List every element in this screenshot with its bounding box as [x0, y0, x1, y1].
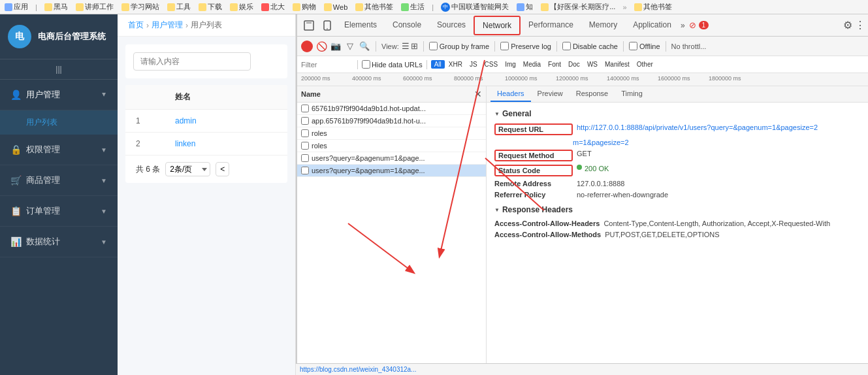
bookmark-pku[interactable]: 北大 — [259, 1, 287, 12]
row2-name[interactable]: linken — [175, 139, 227, 148]
tab-application[interactable]: Application — [625, 16, 679, 35]
device-toolbar-button[interactable] — [318, 16, 336, 35]
request-checkbox-0[interactable] — [301, 105, 309, 112]
request-checkbox-1[interactable] — [301, 117, 309, 125]
hide-data-urls-checkbox[interactable]: Hide data URLs — [362, 60, 423, 69]
stats-icon: 📊 — [10, 236, 21, 247]
filter-media-button[interactable]: Media — [520, 60, 544, 69]
sidebar-item-user-management[interactable]: 👤 用户管理 ▲ — [0, 80, 118, 110]
timeline-bar: 200000 ms 400000 ms 600000 ms 800000 ms … — [297, 73, 868, 86]
tab-memory[interactable]: Memory — [581, 16, 625, 35]
filter-xhr-button[interactable]: XHR — [445, 60, 466, 69]
close-panel-button[interactable]: ✕ — [474, 89, 482, 99]
view-icons: ☰ ⊞ — [402, 41, 418, 51]
filter-js-button[interactable]: JS — [466, 60, 481, 69]
search-button[interactable]: 🔍 — [359, 41, 370, 52]
bookmark-lecture[interactable]: 讲师工作 — [74, 1, 116, 12]
bookmark-insurance[interactable]: 【好医保·长期医疗... — [539, 1, 617, 12]
page-size-select[interactable]: 2条/页 5条/页 10条/页 — [165, 162, 210, 176]
tick-800k: 800000 ms — [454, 75, 483, 82]
breadcrumb-user-mgmt[interactable]: 用户管理 — [152, 20, 183, 31]
clear-button[interactable]: 🚫 — [315, 41, 327, 52]
tab-console[interactable]: Console — [385, 16, 429, 35]
sidebar-collapse-button[interactable]: ||| — [0, 59, 118, 80]
request-item-3[interactable]: roles — [297, 140, 486, 152]
bookmark-apps[interactable]: 应用 — [3, 1, 30, 12]
bookmark-zhi[interactable]: 知 — [515, 1, 535, 12]
bookmark-others2[interactable]: 其他书签 — [632, 1, 674, 12]
preserve-log-checkbox[interactable]: Preserve log — [500, 42, 551, 50]
logo-icon: 电 — [8, 25, 31, 48]
order-icon: 📋 — [10, 206, 21, 216]
tab-elements[interactable]: Elements — [336, 16, 385, 35]
filter-other-button[interactable]: Other — [634, 60, 656, 69]
list-view-icon[interactable]: ☰ — [402, 41, 410, 51]
detail-row-method: Request Method GET — [494, 150, 860, 161]
detail-tab-headers[interactable]: Headers — [490, 86, 531, 102]
request-item-2[interactable]: roles — [297, 127, 486, 140]
request-item-1[interactable]: app.65761b97f9f904da9b1d.hot-u... — [297, 115, 486, 127]
remote-address-value: 127.0.0.1:8888 — [577, 180, 860, 188]
filter-font-button[interactable]: Font — [545, 60, 564, 69]
prev-page-button[interactable]: < — [216, 162, 229, 176]
inspect-element-button[interactable] — [300, 16, 318, 35]
status-code-key: Status Code — [494, 165, 573, 176]
tab-sources[interactable]: Sources — [429, 16, 474, 35]
bookmark-others1[interactable]: 其他书签 — [353, 1, 395, 12]
tab-network[interactable]: Network — [474, 16, 521, 35]
details-tabs: Headers Preview Response Timing — [487, 86, 868, 103]
request-checkbox-5[interactable] — [301, 167, 309, 174]
sidebar-item-order-management[interactable]: 📋 订单管理 ▼ — [0, 196, 118, 227]
status-url: https://blog.csdn.net/weixin_4340312a... — [300, 366, 416, 373]
bookmark-apps-label: 应用 — [14, 2, 28, 12]
grid-view-icon[interactable]: ⊞ — [411, 41, 418, 51]
offline-checkbox[interactable]: Offline — [629, 42, 660, 50]
sidebar-item-permission-management[interactable]: 🔒 权限管理 ▼ — [0, 135, 118, 165]
filter-img-button[interactable]: Img — [502, 60, 519, 69]
request-checkbox-2[interactable] — [301, 129, 309, 137]
settings-button[interactable]: ⚙ — [843, 19, 852, 31]
screenshot-button[interactable]: 📷 — [330, 41, 342, 52]
row1-name[interactable]: admin — [175, 116, 227, 125]
bookmark-learning[interactable]: 学习网站 — [120, 1, 161, 12]
bookmark-entertainment[interactable]: 娱乐 — [228, 1, 255, 12]
bookmark-tools[interactable]: 工具 — [165, 1, 193, 12]
filter-button[interactable]: ▽ — [344, 41, 356, 52]
request-item-4[interactable]: users?query=&pagenum=1&page... — [297, 152, 486, 165]
request-name-2: roles — [312, 129, 482, 137]
request-item-5[interactable]: users?query=&pagenum=1&page... — [297, 165, 486, 177]
detail-tab-preview[interactable]: Preview — [531, 86, 570, 102]
table-header: 姓名 — [125, 85, 287, 110]
filter-manifest-button[interactable]: Manifest — [602, 60, 633, 69]
request-checkbox-3[interactable] — [301, 142, 309, 150]
bookmark-download[interactable]: 下载 — [197, 1, 224, 12]
detail-tab-response[interactable]: Response — [570, 86, 615, 102]
request-item-0[interactable]: 65761b97f9f904da9b1d.hot-updat... — [297, 103, 486, 115]
search-input[interactable] — [133, 52, 251, 71]
bookmark-unicom[interactable]: 中 中国联通智能网关 — [439, 1, 511, 12]
bookmark-life[interactable]: 生活 — [399, 1, 426, 12]
sidebar-item-data-stats[interactable]: 📊 数据统计 ▼ — [0, 227, 118, 257]
group-by-frame-checkbox[interactable]: Group by frame — [429, 42, 489, 50]
request-checkbox-4[interactable] — [301, 154, 309, 162]
filter-css-button[interactable]: CSS — [481, 60, 502, 69]
more-tabs-button[interactable]: » — [681, 21, 685, 30]
sidebar-item-product-management[interactable]: 🛒 商品管理 ▼ — [0, 165, 118, 196]
more-options-button[interactable]: ⋮ — [855, 19, 865, 31]
filter-all-button[interactable]: All — [431, 60, 445, 69]
filter-doc-button[interactable]: Doc — [565, 60, 583, 69]
filter-ws-button[interactable]: WS — [584, 60, 601, 69]
row1-num: 1 — [136, 116, 162, 125]
breadcrumb-home[interactable]: 首页 — [128, 20, 144, 31]
sidebar-item-user-list[interactable]: 用户列表 — [0, 110, 118, 135]
bookmark-heima[interactable]: 黑马 — [42, 1, 70, 12]
detail-tab-timing[interactable]: Timing — [615, 86, 649, 102]
filter-input[interactable] — [301, 61, 353, 69]
breadcrumb: 首页 › 用户管理 › 用户列表 — [118, 14, 295, 37]
record-button[interactable] — [301, 41, 313, 52]
bookmark-shopping[interactable]: 购物 — [291, 1, 318, 12]
bookmark-web[interactable]: Web — [322, 3, 349, 12]
disable-cache-checkbox[interactable]: Disable cache — [562, 42, 618, 50]
tools-icon — [167, 3, 175, 11]
tab-performance[interactable]: Performance — [521, 16, 581, 35]
